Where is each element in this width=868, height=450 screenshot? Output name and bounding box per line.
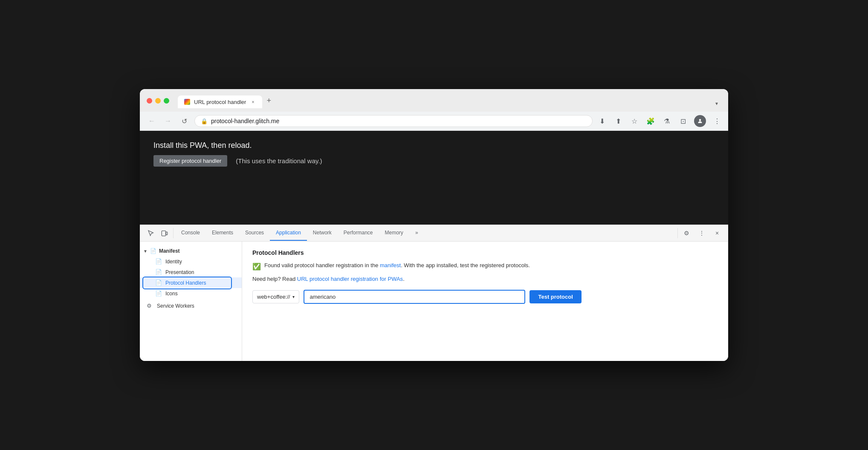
reload-button[interactable]: ↺ <box>178 115 190 127</box>
extensions-icon[interactable]: 🧩 <box>645 116 656 126</box>
tab-favicon <box>184 98 191 105</box>
address-bar-row: ← → ↺ 🔒 protocol-handler.glitch.me ⬇ ⬆ ☆… <box>140 112 728 131</box>
service-workers-gear-icon: ⚙ <box>147 303 153 309</box>
devtools-close-icon[interactable]: × <box>710 225 724 241</box>
sidebar-item-icons[interactable]: 📄 Icons <box>140 288 242 299</box>
forward-button[interactable]: → <box>162 115 174 127</box>
manifest-group-header[interactable]: ▼ 📄 Manifest <box>140 246 242 256</box>
tab-performance[interactable]: Performance <box>338 225 379 241</box>
inspect-element-button[interactable] <box>144 225 158 241</box>
tab-network[interactable]: Network <box>307 225 338 241</box>
devtools-sidebar: ▼ 📄 Manifest 📄 Identity 📄 Presentation 📄… <box>140 242 242 361</box>
flask-icon[interactable]: ⚗ <box>662 116 672 126</box>
share-icon[interactable]: ⬆ <box>613 116 623 126</box>
panel-title: Protocol Handlers <box>252 249 718 256</box>
protocol-handlers-label: Protocol Handlers <box>165 280 206 286</box>
more-menu-icon[interactable]: ⋮ <box>712 116 722 126</box>
tab-console[interactable]: Console <box>175 225 206 241</box>
protocol-doc-icon: 📄 <box>155 280 162 286</box>
icons-doc-icon: 📄 <box>155 290 162 297</box>
svg-rect-1 <box>162 231 165 236</box>
collapse-arrow-icon: ▼ <box>143 249 148 254</box>
tab-application[interactable]: Application <box>270 225 307 241</box>
presentation-doc-icon: 📄 <box>155 269 162 275</box>
minimize-window-button[interactable] <box>155 98 161 104</box>
title-bar: URL protocol handler × + ▾ <box>140 89 728 112</box>
manifest-link[interactable]: manifest <box>380 262 401 268</box>
devtools-tabs-bar: Console Elements Sources Application Net… <box>140 225 728 242</box>
device-toolbar-button[interactable] <box>158 225 171 241</box>
sidebar-item-protocol-handlers[interactable]: 📄 Protocol Handlers <box>140 277 242 288</box>
pwa-help-link[interactable]: URL protocol handler registration for PW… <box>297 276 403 282</box>
sidebar-item-identity[interactable]: 📄 Identity <box>140 256 242 267</box>
svg-rect-2 <box>166 232 167 235</box>
browser-window: URL protocol handler × + ▾ ← → ↺ 🔒 proto… <box>140 89 728 361</box>
tab-more-button[interactable]: » <box>409 225 424 241</box>
traditional-text: (This uses the traditional way.) <box>236 157 322 164</box>
address-input[interactable]: 🔒 protocol-handler.glitch.me <box>194 115 593 127</box>
tab-title: URL protocol handler <box>194 99 246 105</box>
icons-label: Icons <box>165 291 178 297</box>
page-content: Install this PWA, then reload. Register … <box>140 131 728 225</box>
star-icon[interactable]: ☆ <box>629 116 639 126</box>
sidebar-item-service-workers[interactable]: ⚙ Service Workers <box>140 300 242 311</box>
svg-point-0 <box>699 119 701 121</box>
service-workers-label: Service Workers <box>157 303 194 309</box>
sidebar-item-presentation[interactable]: 📄 Presentation <box>140 267 242 277</box>
protocol-input-row: web+coffee:// ▾ Test protocol <box>252 290 718 304</box>
active-tab[interactable]: URL protocol handler × <box>178 95 262 108</box>
url-text: protocol-handler.glitch.me <box>211 118 586 124</box>
avatar-button[interactable] <box>694 115 706 127</box>
identity-label: Identity <box>165 259 182 265</box>
protocol-select-dropdown[interactable]: web+coffee:// ▾ <box>252 290 299 303</box>
tab-close-button[interactable]: × <box>249 98 256 105</box>
traffic-lights <box>147 98 169 104</box>
close-window-button[interactable] <box>147 98 152 104</box>
test-protocol-button[interactable]: Test protocol <box>529 290 581 303</box>
chevron-down-icon: ▾ <box>292 294 295 299</box>
check-circle-icon: ✅ <box>252 262 261 271</box>
devtools-panel: Console Elements Sources Application Net… <box>140 225 728 361</box>
toolbar-icons: ⬇ ⬆ ☆ 🧩 ⚗ ⊡ ⋮ <box>597 115 722 127</box>
manifest-label: Manifest <box>159 248 180 254</box>
devtools-body: ▼ 📄 Manifest 📄 Identity 📄 Presentation 📄… <box>140 242 728 361</box>
devtools-more-icon[interactable]: ⋮ <box>695 225 709 241</box>
help-row: Need help? Read URL protocol handler reg… <box>252 276 718 282</box>
protocol-select-value: web+coffee:// <box>257 294 290 300</box>
split-icon[interactable]: ⊡ <box>678 116 688 126</box>
protocol-path-input[interactable] <box>304 290 525 304</box>
new-tab-button[interactable]: + <box>262 93 275 108</box>
tabs-row: URL protocol handler × + ▾ <box>178 93 721 108</box>
download-icon[interactable]: ⬇ <box>597 116 607 126</box>
pwa-instruction-text: Install this PWA, then reload. <box>153 141 715 150</box>
identity-doc-icon: 📄 <box>155 258 162 265</box>
back-button[interactable]: ← <box>146 115 158 127</box>
status-row: ✅ Found valid protocol handler registrat… <box>252 262 718 271</box>
status-text: Found valid protocol handler registratio… <box>264 262 530 268</box>
tab-memory[interactable]: Memory <box>379 225 409 241</box>
devtools-right-icons: ⚙ ⋮ × <box>677 225 724 241</box>
register-protocol-button[interactable]: Register protocol handler <box>153 155 227 167</box>
maximize-window-button[interactable] <box>164 98 169 104</box>
protocol-handlers-panel: Protocol Handlers ✅ Found valid protocol… <box>242 242 728 361</box>
lock-icon: 🔒 <box>201 118 208 124</box>
document-icon: 📄 <box>150 248 156 254</box>
presentation-label: Presentation <box>165 269 194 275</box>
tab-sources[interactable]: Sources <box>239 225 270 241</box>
devtools-settings-icon[interactable]: ⚙ <box>680 225 693 241</box>
tab-dropdown-button[interactable]: ▾ <box>712 99 721 108</box>
tab-elements[interactable]: Elements <box>206 225 239 241</box>
